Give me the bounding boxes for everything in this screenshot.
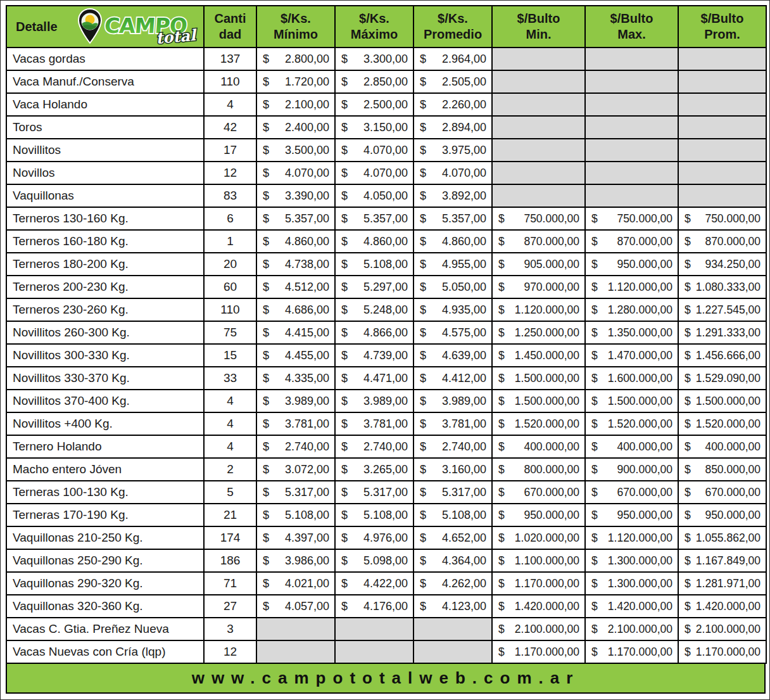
currency-symbol: $: [263, 212, 269, 226]
currency-symbol: $: [685, 463, 691, 476]
cell-bulto-prom: [678, 48, 766, 70]
cell-cantidad: 1: [204, 230, 256, 253]
currency-symbol: $: [420, 531, 426, 545]
cell-cantidad: 42: [204, 116, 256, 139]
money-value: 4.866,00: [363, 326, 408, 340]
cell-bulto-prom: $870.000,00: [678, 230, 766, 253]
money-value: 1.500.000,00: [515, 395, 579, 408]
cell-bulto-prom: $670.000,00: [678, 481, 766, 504]
money-value: 750.000,00: [617, 212, 672, 226]
currency-symbol: $: [341, 235, 348, 248]
currency-symbol: $: [685, 349, 691, 362]
currency-symbol: $: [341, 577, 348, 590]
money-value: 2.100.000,00: [696, 623, 761, 636]
cell-ks-minimo: $2.400,00: [256, 116, 335, 139]
money-value: 1.720,00: [285, 75, 329, 89]
cell-ks-minimo: $4.021,00: [256, 572, 335, 595]
cell-bulto-max: $900.000,00: [585, 458, 678, 481]
cell-bulto-max: [585, 93, 678, 116]
currency-symbol: $: [420, 167, 426, 180]
money-value: 400.000,00: [617, 440, 672, 454]
header-label-detalle: Detalle: [16, 19, 58, 35]
cell-bulto-prom: $1.167.849,00: [678, 549, 766, 572]
table-row: Ternero Holando 4 $2.740,00 $2.740,00 $2…: [6, 435, 766, 458]
cell-bulto-max: $1.520.000,00: [585, 412, 678, 435]
cell-bulto-min: $1.170.000,00: [492, 640, 585, 663]
cell-ks-minimo: $3.781,00: [256, 412, 335, 435]
cell-bulto-max: $1.300.000,00: [585, 549, 678, 572]
total-wordmark: total: [155, 25, 198, 46]
money-value: 2.260,00: [442, 98, 486, 111]
currency-symbol: $: [685, 646, 691, 659]
money-value: 1.080.333,00: [696, 281, 761, 294]
currency-symbol: $: [263, 440, 269, 454]
cell-detalle: Vaca Manuf./Conserva: [6, 70, 204, 93]
table-row: Novillos 12 $4.070,00 $4.070,00 $4.070,0…: [6, 162, 766, 184]
cell-cantidad: 4: [204, 435, 256, 458]
cell-ks-promedio: $3.781,00: [413, 412, 492, 435]
cell-bulto-max: $1.170.000,00: [585, 640, 678, 663]
cell-ks-minimo: $4.512,00: [256, 276, 335, 298]
currency-symbol: $: [341, 212, 348, 226]
money-value: 2.400,00: [285, 121, 329, 134]
cell-bulto-min: $870.000,00: [492, 230, 585, 253]
cell-bulto-min: [492, 139, 585, 162]
campo-total-logo: CAMPO total: [77, 8, 204, 46]
currency-symbol: $: [591, 554, 598, 568]
currency-symbol: $: [263, 189, 269, 203]
money-value: 1.100.000,00: [515, 554, 579, 568]
money-value: 1.470.000,00: [608, 349, 672, 362]
cell-cantidad: 33: [204, 367, 256, 390]
money-value: 750.000,00: [705, 212, 761, 226]
money-value: 3.892,00: [442, 189, 486, 203]
money-value: 1.120.000,00: [608, 281, 672, 294]
cell-ks-minimo: $4.415,00: [256, 321, 335, 344]
currency-symbol: $: [685, 281, 691, 294]
money-value: 1.420.000,00: [696, 600, 761, 613]
table-row: Novillitos 300-330 Kg. 15 $4.455,00 $4.7…: [6, 344, 766, 367]
cell-ks-maximo: $2.740,00: [335, 435, 413, 458]
currency-symbol: $: [685, 395, 691, 408]
money-value: 4.455,00: [285, 349, 329, 362]
cell-ks-maximo: $4.739,00: [335, 344, 413, 367]
cell-cantidad: 137: [204, 48, 256, 70]
footer-url[interactable]: www.campototalweb.com.ar: [192, 668, 580, 688]
currency-symbol: $: [498, 417, 505, 431]
header-line: Máximo: [351, 27, 398, 41]
currency-symbol: $: [591, 509, 598, 522]
currency-symbol: $: [341, 600, 348, 613]
currency-symbol: $: [498, 577, 505, 590]
money-value: 5.108,00: [363, 258, 408, 271]
currency-symbol: $: [420, 53, 426, 66]
cell-ks-promedio: $4.639,00: [413, 344, 492, 367]
currency-symbol: $: [591, 326, 598, 340]
cell-ks-minimo: $5.317,00: [256, 481, 335, 504]
currency-symbol: $: [420, 235, 426, 248]
cell-detalle: Macho entero Jóven: [6, 458, 204, 481]
currency-symbol: $: [420, 98, 426, 111]
cell-ks-promedio: $4.123,00: [413, 595, 492, 618]
table-row: Vaquillonas 290-320 Kg. 71 $4.021,00 $4.…: [6, 572, 766, 595]
money-value: 5.248,00: [363, 303, 408, 317]
currency-symbol: $: [263, 395, 269, 408]
money-value: 1.500.000,00: [515, 372, 579, 385]
currency-symbol: $: [685, 509, 691, 522]
money-value: 4.976,00: [363, 531, 408, 545]
cell-bulto-min: $1.020.000,00: [492, 526, 585, 549]
header-line: $/Ks.: [438, 11, 468, 25]
money-value: 3.150,00: [363, 121, 408, 134]
header-cell-ks-minimo: $/Ks. Mínimo: [256, 6, 335, 48]
cell-bulto-min: $1.500.000,00: [492, 367, 585, 390]
cell-cantidad: 17: [204, 139, 256, 162]
cell-cantidad: 21: [204, 504, 256, 526]
money-value: 3.072,00: [285, 463, 329, 476]
cell-bulto-max: $1.500.000,00: [585, 390, 678, 412]
cell-cantidad: 4: [204, 412, 256, 435]
money-value: 1.450.000,00: [515, 349, 579, 362]
money-value: 4.860,00: [442, 235, 486, 248]
currency-symbol: $: [498, 326, 505, 340]
cell-bulto-min: $905.000,00: [492, 253, 585, 276]
money-value: 2.100.000,00: [515, 623, 579, 636]
cell-detalle: Novillos: [6, 162, 204, 184]
header-line: dad: [219, 27, 242, 41]
